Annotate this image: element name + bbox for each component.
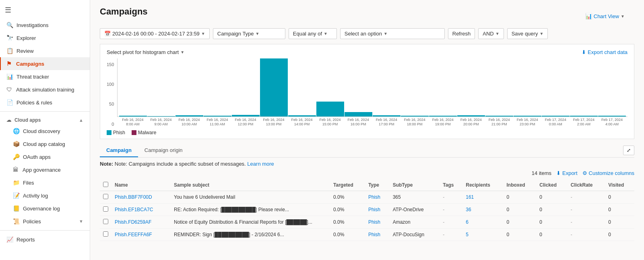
row-subject-1: RE: Action Required: [██████████] Please… [171, 203, 330, 216]
pivot-label: Select pivot for histogram chart [107, 49, 179, 55]
bar-phish-7[interactable] [316, 102, 344, 116]
bar-phish-5[interactable] [260, 58, 288, 116]
row-recipients-2[interactable]: 6 [462, 216, 503, 228]
export-table-button[interactable]: ⬇ Export [556, 170, 578, 176]
x-label-3: Feb 16, 202411:00 AM [203, 118, 231, 127]
tab-campaign[interactable]: Campaign [100, 144, 138, 157]
bar-phish-0[interactable] [119, 116, 147, 116]
sidebar-item-campaigns[interactable]: ⚑ Campaigns [0, 57, 90, 70]
sidebar-label-review: Review [17, 48, 34, 54]
bar-phish-8[interactable] [345, 112, 372, 116]
bar-group-0 [119, 116, 147, 116]
sidebar-item-reports[interactable]: 📈 Reports [0, 233, 90, 246]
row-checkbox-1[interactable] [103, 206, 108, 212]
campaign-type-filter[interactable]: Campaign Type ▼ [213, 28, 285, 39]
sidebar-item-policies-rules[interactable]: 📄 Policies & rules [0, 96, 90, 109]
app-governance-icon: 🏛 [13, 166, 19, 173]
row-checkbox-3[interactable] [103, 231, 108, 237]
bar-phish-9[interactable] [373, 115, 400, 116]
tab-campaign-origin[interactable]: Campaign origin [138, 144, 189, 157]
sidebar-item-activity-log[interactable]: 📝 Activity log [0, 189, 90, 202]
row-recipients-0[interactable]: 161 [462, 191, 503, 203]
bar-phish-4[interactable] [232, 115, 260, 116]
equal-any-label: Equal any of [293, 31, 322, 37]
and-label: AND [483, 31, 493, 37]
row-type-1: Phish [365, 203, 390, 216]
customize-columns-button[interactable]: ⚙ Customize columns [582, 170, 634, 176]
sidebar-group-cloud-apps[interactable]: ☁ Cloud apps ▲ [0, 114, 90, 125]
refresh-button[interactable]: Refresh [448, 28, 475, 39]
row-name-0[interactable]: Phish.BBF7F00D [111, 191, 171, 203]
row-inboxed-1: 0 [503, 203, 536, 216]
sidebar-item-cloud-app-catalog[interactable]: 📦 Cloud app catalog [0, 137, 90, 150]
sidebar-item-policies[interactable]: 📜 Policies ▼ [0, 215, 90, 228]
sidebar-item-governance-log[interactable]: 📒 Governance log [0, 202, 90, 215]
row-checkbox-cell-2[interactable] [100, 216, 111, 228]
row-recipients-3[interactable]: 5 [462, 228, 503, 241]
row-checkbox-cell-1[interactable] [100, 203, 111, 216]
sidebar-label-threat-tracker: Threat tracker [17, 74, 49, 80]
bar-phish-13[interactable] [485, 116, 513, 116]
row-checkbox-0[interactable] [103, 194, 108, 199]
learn-more-link[interactable]: Learn more [247, 161, 274, 167]
bar-phish-11[interactable] [429, 116, 457, 116]
bar-phish-1[interactable] [147, 116, 175, 116]
table-note-text: Note: Campaigns include a specific subse… [115, 161, 246, 167]
row-checkbox-2[interactable] [103, 219, 108, 224]
sidebar-item-cloud-discovery[interactable]: 🌐 Cloud discovery [0, 125, 90, 137]
bar-phish-12[interactable] [457, 115, 485, 116]
campaign-type-label: Campaign Type [217, 31, 254, 37]
row-clicked-0: 0 [536, 191, 567, 203]
expand-table-button[interactable]: ⤢ [623, 146, 634, 155]
row-name-3[interactable]: Phish.FEEFFA6F [111, 228, 171, 241]
bar-phish-14[interactable] [514, 116, 541, 116]
row-clickrate-1: - [568, 203, 605, 216]
bar-phish-16[interactable] [570, 116, 598, 116]
sidebar-item-oauth-apps[interactable]: 🔑 OAuth apps [0, 150, 90, 163]
sidebar-item-files[interactable]: 📁 Files [0, 176, 90, 189]
bar-group-7 [316, 102, 344, 116]
bar-phish-6[interactable] [288, 115, 316, 116]
pivot-selector[interactable]: Select pivot for histogram chart ▼ [107, 49, 184, 55]
sidebar-item-app-governance[interactable]: 🏛 App governance [0, 163, 90, 176]
menu-icon-button[interactable]: ☰ [0, 2, 90, 19]
sidebar-item-investigations[interactable]: 🔍 Investigations [0, 19, 90, 31]
sidebar-item-review[interactable]: 📋 Review [0, 44, 90, 57]
row-checkbox-cell-0[interactable] [100, 191, 111, 203]
customize-columns-label: Customize columns [589, 170, 634, 176]
bar-phish-2[interactable] [175, 115, 203, 116]
y-label-100: 100 [107, 82, 114, 87]
tab-campaign-label: Campaign [106, 147, 132, 153]
and-button[interactable]: AND ▼ [478, 28, 504, 39]
sidebar-item-explorer[interactable]: 🔭 Explorer [0, 31, 90, 44]
date-range-filter[interactable]: 📅 2024-02-16 00:00 - 2024-02-17 23:59 ▼ [100, 28, 210, 39]
equal-any-filter[interactable]: Equal any of ▼ [289, 28, 337, 39]
export-chart-button[interactable]: ⬇ Export chart data [582, 49, 627, 55]
row-name-1[interactable]: Phish.EF1BCA7C [111, 203, 171, 216]
save-query-button[interactable]: Save query ▼ [507, 28, 548, 39]
bar-phish-15[interactable] [542, 116, 570, 116]
row-name-2[interactable]: Phish.FD6259AF [111, 216, 171, 228]
sidebar-divider-1 [0, 111, 90, 112]
bar-phish-10[interactable] [401, 116, 429, 116]
bar-group-8 [345, 112, 372, 116]
row-recipients-1[interactable]: 36 [462, 203, 503, 216]
sidebar-item-attack-simulation[interactable]: 🛡 Attack simulation training [0, 83, 90, 96]
select-all-checkbox[interactable] [103, 182, 108, 187]
table-row: Phish.EF1BCA7C RE: Action Required: [███… [100, 203, 634, 216]
th-select-all[interactable] [100, 179, 111, 191]
table-toolbar: 14 items ⬇ Export ⚙ Customize columns [100, 170, 634, 176]
malware-legend-label: Malware [138, 130, 156, 135]
th-subtype: SubType [390, 179, 440, 191]
bar-phish-3[interactable] [204, 116, 231, 116]
bar-phish-17[interactable] [598, 116, 626, 116]
row-type-0: Phish [365, 191, 390, 203]
chart-view-button[interactable]: 📊 Chart View ▼ [585, 13, 625, 19]
row-targeted-2: 0.0% [330, 216, 365, 228]
th-name: Name [111, 179, 171, 191]
row-tags-2: - [440, 216, 462, 228]
sidebar-item-threat-tracker[interactable]: 📊 Threat tracker [0, 70, 90, 83]
bar-group-3 [204, 116, 231, 116]
select-option-filter[interactable]: Select an option ▼ [340, 28, 445, 39]
row-checkbox-cell-3[interactable] [100, 228, 111, 241]
